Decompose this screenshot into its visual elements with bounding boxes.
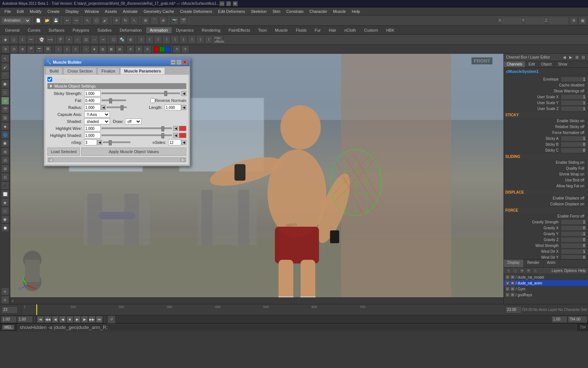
toolbar-snap-curve[interactable]: ⌒ [150,17,158,25]
layer-item[interactable]: VR/ dude_rat_model [504,274,588,280]
tb3-color3[interactable] [165,47,170,52]
lt-bottom2[interactable]: ⊗ [1,296,9,304]
rph-icon4[interactable]: ⊟ [581,55,586,60]
channel-item[interactable]: Envelope1 [504,76,588,82]
lt-render[interactable]: 🎬 [1,105,9,113]
animation-dropdown[interactable]: Animation [1,17,31,24]
fat-input[interactable] [84,98,101,103]
channel-item[interactable]: User Scale Y1 [504,100,588,106]
lt-misc3[interactable]: ⊟ [1,156,9,164]
toolbar-snap-point[interactable]: ⊕ [159,17,167,25]
lt-misc7[interactable]: ⬜ [1,190,9,198]
rtab-show[interactable]: Show [555,61,570,67]
layer-visibility-btn[interactable]: V [505,293,510,297]
hs-color[interactable] [179,133,186,138]
hscroll-track[interactable] [53,159,180,162]
lt-misc2[interactable]: ⊞ [1,148,9,156]
lt-misc10[interactable]: ⬟ [1,215,9,223]
channel-item[interactable]: Gravity Z0 [504,237,588,243]
tb3-shade1[interactable]: □ [82,45,90,53]
menu-modify[interactable]: Modify [27,8,44,14]
apply-muscle-btn[interactable]: Apply Muscle Object Values [81,148,186,156]
tb2-deform4[interactable]: ⌇ [162,36,171,44]
channel-item[interactable]: Shrink Wrap on [504,171,588,177]
tb3-shade4[interactable]: ▩ [107,45,115,53]
toolbar-new[interactable]: 📄 [34,17,42,25]
menu-animate[interactable]: Animate [120,8,140,14]
nseg-input[interactable] [84,139,97,145]
options-label[interactable]: Options [564,269,577,273]
tb2-key-set[interactable]: ◆ [1,36,10,44]
tb3-3[interactable]: ⊠ [18,45,26,53]
cat-muscle[interactable]: Muscle [271,27,291,33]
hw-color[interactable] [179,126,186,131]
layer-icon2[interactable]: - [513,268,518,273]
fat-slider[interactable] [102,100,126,101]
hs-btn[interactable]: ◀ [173,133,178,138]
status-command-input[interactable] [17,324,577,331]
layer-icon1[interactable]: + [506,268,511,273]
cat-toon[interactable]: Toon [254,27,270,33]
channel-item[interactable]: Use Bnd off [504,177,588,183]
tb2-deform9[interactable]: ⌇ [205,36,213,44]
channel-item[interactable]: Gravity Strength1 [504,219,588,225]
tb2-tangent[interactable]: ⤹ [18,36,26,44]
menu-editdef[interactable]: Edit Deformers [215,8,248,14]
pb-play-back[interactable]: ▶ [59,316,66,323]
minimize-button[interactable]: — [219,1,225,6]
tb2-constraint-orient[interactable]: ○ [74,36,82,44]
dialog-minimize[interactable]: — [171,60,176,65]
tb2-constraint-aim[interactable]: → [90,36,98,44]
viewport[interactable]: tattoo FRONT X Y Z persp 🔧 Muscle Builde… [10,54,503,304]
tb3-toggle3[interactable]: ⊖ [143,45,151,53]
channel-item[interactable]: Gravity Y-1 [504,231,588,237]
toolbar-snap-grid[interactable]: ⊞ [141,17,150,25]
tb3-1[interactable]: ⊞ [1,45,10,53]
close-button[interactable]: ✕ [233,1,238,6]
length-input[interactable] [165,105,181,110]
tab-cross-section[interactable]: Cross Section [63,67,96,74]
reverse-normals-checkbox[interactable] [150,98,155,103]
menu-help[interactable]: Help [349,8,363,14]
pb-step-fwd[interactable]: ▶ [81,316,88,323]
layer-visibility-btn[interactable]: V [505,281,510,285]
tab-muscle-params[interactable]: Muscle Parameters [120,67,165,74]
pb-next-key[interactable]: ▶▶ [89,316,95,323]
highlight-wire-slider[interactable] [102,128,172,129]
toolbar-paint[interactable]: 🖌 [101,17,109,25]
toolbar-redo[interactable]: ↪ [72,17,80,25]
layer-reference-btn[interactable]: R [510,281,515,285]
nseg-btn[interactable]: ◀ [97,140,102,145]
highlight-shaded-input[interactable] [84,132,101,138]
menu-createdef[interactable]: Create Deformers [177,8,215,14]
cat-general[interactable]: General [1,27,23,33]
tb3-shade5[interactable]: ▤ [116,45,124,53]
channel-item[interactable]: Wind Dir Y0 [504,254,588,259]
lt-misc5[interactable]: ⊡ [1,173,9,181]
cat-fur[interactable]: Fur [311,27,325,33]
shaded-select[interactable]: shaded wireframe none [84,118,110,124]
channel-item[interactable]: Wind Dir X1 [504,248,588,254]
tb3-misc2[interactable]: ⟳ [181,45,189,53]
toolbar-lasso[interactable]: ⬡ [92,17,100,25]
rbt-display[interactable]: Display [504,259,524,267]
layer-icon5[interactable]: ↑ [533,268,538,273]
tb2-pan-effects[interactable]: Pan effects [215,36,223,44]
tb3-color2[interactable] [159,47,165,52]
layer-reference-btn[interactable]: R [510,287,515,291]
channel-item[interactable]: Show Warnings off [504,88,588,94]
end-frame-field2[interactable] [568,316,587,322]
menu-skeleton[interactable]: Skeleton [248,8,270,14]
menu-muscle[interactable]: Muscle [330,8,349,14]
tb2-constraint-point[interactable]: • [65,36,73,44]
nsides-btn[interactable]: ◀ [181,140,186,145]
highlight-wire-input[interactable] [84,125,101,131]
tb3-4[interactable]: 🎬 [27,45,35,53]
cat-fluids[interactable]: Fluids [292,27,310,33]
layer-item[interactable]: VR/ dude_rat_anim [504,280,588,286]
channel-item[interactable]: Gravity X0 [504,225,588,231]
tb2-deform2[interactable]: ⌇ [146,36,154,44]
layer-item[interactable]: VR/ Gym [504,286,588,292]
toolbar-open[interactable]: 📂 [43,17,51,25]
radius-slider[interactable] [107,107,127,108]
